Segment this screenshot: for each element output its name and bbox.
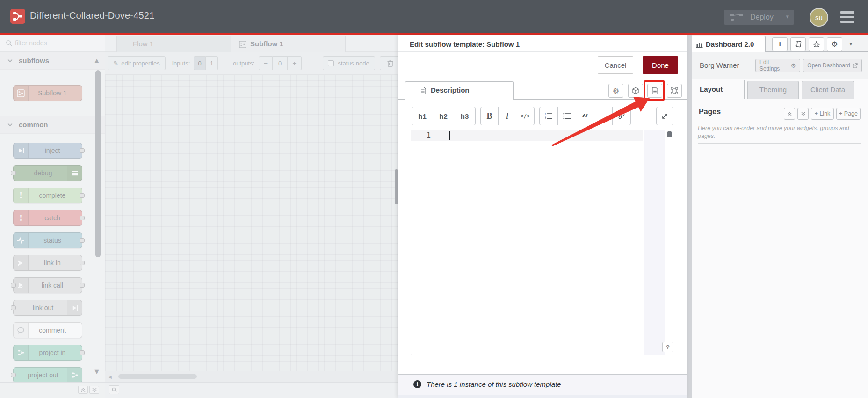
inputs-option-1[interactable]: 1 [206, 56, 218, 70]
code-button[interactable]: </> [516, 107, 534, 125]
node-label: inject [14, 147, 82, 154]
h1-button[interactable]: h1 [412, 107, 433, 125]
palette-node-subflow-1[interactable]: Subflow 1 [13, 85, 82, 101]
instance-count-text: There is 1 instance of this subflow temp… [427, 380, 561, 388]
palette-scroll-down-icon[interactable]: ▼ [93, 368, 101, 376]
editor-help-button[interactable]: ? [662, 342, 673, 352]
deploy-caret-icon[interactable]: ▾ [786, 13, 789, 20]
tab-description[interactable]: Description [405, 81, 514, 100]
palette-node-comment[interactable]: comment [13, 322, 82, 338]
panel-resize-handle[interactable] [395, 169, 398, 204]
palette-node-status[interactable]: status [13, 232, 82, 248]
tab-theming[interactable]: Theming [747, 81, 799, 99]
outputs-value[interactable]: 0 [273, 56, 288, 70]
node-label: link out [14, 304, 82, 311]
list-button-group: 123 “ — [539, 107, 631, 125]
expand-editor-button[interactable] [656, 107, 673, 125]
h3-button[interactable]: h3 [454, 107, 475, 125]
unordered-list-button[interactable] [558, 107, 576, 125]
workspace-title: Different-Collared-Dove-4521 [30, 10, 154, 21]
italic-button[interactable]: I [499, 107, 516, 125]
palette-footer [0, 382, 105, 398]
node-label: comment [14, 326, 82, 334]
edit-settings-button[interactable]: Edit Settings ⚙ [755, 59, 800, 72]
subflow-appearance-button[interactable] [667, 84, 682, 98]
h2-button[interactable]: h2 [433, 107, 454, 125]
open-dashboard-button[interactable]: Open Dashboard [803, 59, 862, 72]
active-line-highlight [411, 130, 643, 141]
tab-dashboard-2[interactable]: Dashboard 2.0 [692, 36, 766, 52]
project-name: Borg Warner [700, 61, 739, 69]
blockquote-button[interactable]: “ [576, 107, 594, 125]
tab-layout[interactable]: Layout [692, 80, 745, 99]
dialog-title: Edit subflow template: Subflow 1 [410, 40, 520, 48]
tab-label: Theming [760, 86, 787, 94]
deploy-button[interactable]: Deploy ▾ [724, 10, 794, 25]
canvas-search-button[interactable] [109, 385, 119, 394]
config-tab-button[interactable]: ⚙ [827, 37, 842, 51]
palette-section-subflows[interactable]: subflows [0, 52, 105, 70]
palette-node-catch[interactable]: ! catch [13, 210, 82, 226]
subflow-module-button[interactable] [628, 84, 643, 98]
palette-node-project-in[interactable]: project in [13, 345, 82, 361]
palette-node-inject[interactable]: inject [13, 143, 82, 159]
canvas-footer [105, 382, 398, 398]
scroll-left-icon[interactable]: ◄ [108, 374, 113, 380]
expand-all-button[interactable] [89, 386, 99, 394]
bold-button[interactable]: B [481, 107, 499, 125]
output-port [80, 216, 85, 220]
inputs-selector[interactable]: 0 1 [194, 56, 218, 70]
user-avatar[interactable]: su [810, 8, 828, 27]
delete-subflow-button[interactable] [380, 56, 400, 70]
palette-node-complete[interactable]: ! complete [13, 188, 82, 203]
outputs-plus-button[interactable]: + [288, 56, 302, 70]
canvas-horizontal-scrollbar[interactable]: ◄ [105, 371, 398, 382]
editor-scrollbar-thumb[interactable] [667, 131, 672, 137]
add-page-button[interactable]: + Page [836, 108, 861, 120]
palette-node-link-out[interactable]: link out [13, 300, 82, 316]
inputs-option-0[interactable]: 0 [194, 56, 206, 70]
node-label: debug [14, 169, 82, 177]
tab-label: Layout [700, 85, 723, 93]
line-number: 1 [420, 131, 431, 140]
move-up-button[interactable] [784, 108, 795, 120]
cancel-button[interactable]: Cancel [598, 56, 633, 74]
checkbox-icon[interactable] [328, 60, 334, 66]
ordered-list-button[interactable]: 123 [540, 107, 558, 125]
add-link-button[interactable]: + Link [811, 108, 834, 120]
edit-properties-button[interactable]: ✎ edit properties [108, 56, 166, 70]
palette-scroll-up-icon[interactable]: ▲ [93, 57, 101, 65]
workspace-region: filter nodes subflows Subflow 1 common [0, 35, 398, 398]
outputs-minus-button[interactable]: − [259, 56, 273, 70]
palette-scrollbar[interactable] [95, 70, 101, 257]
main-menu-button[interactable] [840, 11, 854, 23]
palette-search-input[interactable]: filter nodes [0, 35, 105, 52]
ordered-list-icon: 123 [545, 113, 552, 119]
tab-client-data[interactable]: Client Data [802, 81, 854, 99]
debug-tab-button[interactable] [809, 37, 824, 51]
tab-flow-1[interactable]: Flow 1 [116, 36, 231, 52]
horizontal-rule-button[interactable]: — [594, 107, 613, 125]
link-button[interactable] [613, 107, 630, 125]
palette-node-project-out[interactable]: project out [13, 367, 82, 383]
palette-node-debug[interactable]: debug [13, 165, 82, 181]
tab-subflow-1[interactable]: Subflow 1 [231, 36, 346, 52]
palette-section-common[interactable]: common [0, 116, 105, 134]
help-label: ? [666, 344, 670, 351]
description-editor[interactable]: 1 [411, 130, 673, 355]
scrollbar-thumb[interactable] [118, 374, 197, 379]
sidebar-menu-caret-icon[interactable]: ▾ [849, 40, 853, 47]
node-label: link call [14, 282, 82, 289]
output-port [80, 238, 85, 243]
external-link-icon [853, 63, 858, 68]
done-button[interactable]: Done [643, 56, 678, 74]
subflow-properties-button[interactable]: ⚙ [608, 84, 623, 98]
palette-node-link-in[interactable]: link in [13, 255, 82, 271]
move-down-button[interactable] [797, 108, 809, 120]
status-node-toggle[interactable]: status node [323, 56, 375, 70]
help-tab-button[interactable] [790, 37, 806, 51]
collapse-all-button[interactable] [78, 386, 88, 394]
palette-node-link-call[interactable]: link call [13, 277, 82, 293]
flow-canvas[interactable] [105, 75, 398, 371]
info-tab-button[interactable]: i [772, 37, 788, 51]
